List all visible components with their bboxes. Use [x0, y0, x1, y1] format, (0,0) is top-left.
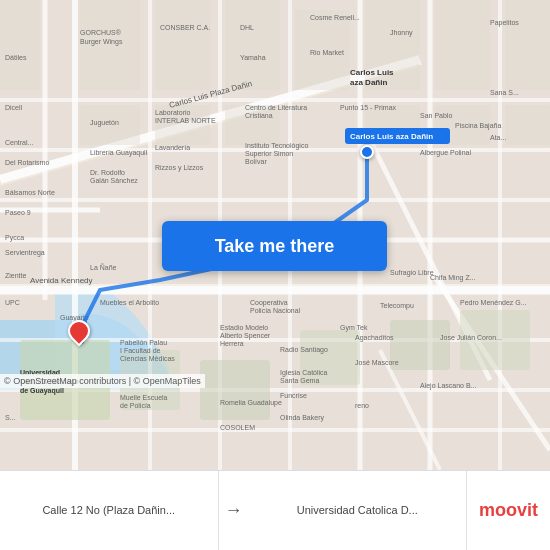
svg-text:aza Dañin: aza Dañin: [350, 78, 387, 87]
svg-text:Alberto Spencer: Alberto Spencer: [220, 332, 271, 340]
svg-text:Iglesia Católica: Iglesia Católica: [280, 369, 328, 377]
svg-text:Funcrise: Funcrise: [280, 392, 307, 399]
svg-text:Piscina Bajaña: Piscina Bajaña: [455, 122, 501, 130]
svg-text:Dátiles: Dátiles: [5, 54, 27, 61]
svg-text:Sufragio Libre: Sufragio Libre: [390, 269, 434, 277]
svg-text:Punto 15 - Primax: Punto 15 - Primax: [340, 104, 397, 111]
svg-rect-26: [200, 360, 270, 420]
svg-text:Instituto Tecnológico: Instituto Tecnológico: [245, 142, 308, 150]
to-label: Universidad Catolica D...: [297, 503, 418, 517]
svg-text:Superior Simon: Superior Simon: [245, 150, 293, 158]
svg-text:San Pablo: San Pablo: [420, 112, 452, 119]
origin-marker: [68, 320, 90, 342]
svg-text:José Mascore: José Mascore: [355, 359, 399, 366]
svg-rect-37: [505, 0, 550, 90]
svg-text:Cosme Renell...: Cosme Renell...: [310, 14, 360, 21]
svg-rect-30: [0, 0, 40, 90]
svg-text:Ciencias Médicas: Ciencias Médicas: [120, 355, 175, 362]
bottom-navigation-bar: Calle 12 No (Plaza Dañin... → Universida…: [0, 470, 550, 550]
svg-rect-32: [155, 0, 210, 90]
svg-text:Jose Julián Coron...: Jose Julián Coron...: [440, 334, 502, 341]
svg-rect-36: [435, 0, 490, 90]
svg-text:reno: reno: [355, 402, 369, 409]
svg-text:Herrera: Herrera: [220, 340, 244, 347]
svg-text:Cristiana: Cristiana: [245, 112, 273, 119]
svg-text:de Guayaquil: de Guayaquil: [20, 387, 64, 395]
svg-text:Rio Market: Rio Market: [310, 49, 344, 56]
svg-text:Papelitos: Papelitos: [490, 19, 519, 27]
map-container: Carlos Luis Plaza Dañin Avenida Kennedy …: [0, 0, 550, 470]
from-location: Calle 12 No (Plaza Dañin...: [0, 471, 219, 550]
svg-text:Rizzos y Lizzos: Rizzos y Lizzos: [155, 164, 204, 172]
svg-text:Jhonny: Jhonny: [390, 29, 413, 37]
svg-rect-40: [225, 105, 280, 145]
svg-text:Pabellón Palau: Pabellón Palau: [120, 339, 167, 346]
svg-text:Bálsamos Norte: Bálsamos Norte: [5, 189, 55, 196]
svg-text:DHL: DHL: [240, 24, 254, 31]
svg-text:Dicell: Dicell: [5, 104, 23, 111]
svg-rect-28: [390, 320, 450, 370]
svg-rect-43: [505, 105, 550, 145]
svg-text:La Ñañe: La Ñañe: [90, 263, 117, 271]
svg-text:Ata...: Ata...: [490, 134, 506, 141]
svg-text:Gym Tek: Gym Tek: [340, 324, 368, 332]
svg-text:Muebles el Arbolito: Muebles el Arbolito: [100, 299, 159, 306]
svg-text:I Facultad de: I Facultad de: [120, 347, 161, 354]
svg-text:CONSBER C.A.: CONSBER C.A.: [160, 24, 210, 31]
svg-text:Alejo Lascano B...: Alejo Lascano B...: [420, 382, 476, 390]
direction-arrow: →: [219, 500, 249, 521]
svg-text:COSOLEM: COSOLEM: [220, 424, 255, 431]
svg-text:Pycca: Pycca: [5, 234, 24, 242]
svg-text:GORCHUS®: GORCHUS®: [80, 29, 122, 36]
svg-text:Servientrega: Servientrega: [5, 249, 45, 257]
take-me-there-button[interactable]: Take me there: [162, 221, 387, 271]
svg-text:Juguetón: Juguetón: [90, 119, 119, 127]
svg-text:Pedro Menéndez G...: Pedro Menéndez G...: [460, 299, 527, 306]
svg-rect-31: [80, 0, 140, 90]
svg-text:Romelia Guadalupe: Romelia Guadalupe: [220, 399, 282, 407]
svg-text:Laboratorio: Laboratorio: [155, 109, 191, 116]
svg-text:Agachaditos: Agachaditos: [355, 334, 394, 342]
svg-text:Centro de Literatura: Centro de Literatura: [245, 104, 307, 111]
moovit-logo-text: moovit: [479, 500, 538, 521]
svg-text:Galán Sánchez: Galán Sánchez: [90, 177, 138, 184]
svg-text:Avenida Kennedy: Avenida Kennedy: [30, 276, 93, 285]
svg-text:Yamaha: Yamaha: [240, 54, 266, 61]
svg-text:Burger Wings: Burger Wings: [80, 38, 123, 46]
to-location: Universidad Catolica D...: [249, 471, 468, 550]
svg-text:Albergue Polinal: Albergue Polinal: [420, 149, 471, 157]
svg-text:Muelle Escuela: Muelle Escuela: [120, 394, 168, 401]
svg-text:Carlos Luis aza Dañin: Carlos Luis aza Dañin: [350, 132, 433, 141]
svg-text:Zientte: Zientte: [5, 272, 27, 279]
destination-marker: [360, 145, 374, 159]
svg-text:Estadio Modelo: Estadio Modelo: [220, 324, 268, 331]
svg-text:Cooperativa: Cooperativa: [250, 299, 288, 307]
svg-text:Olinda Bakery: Olinda Bakery: [280, 414, 324, 422]
map-attribution: © OpenStreetMap contributors | © OpenMap…: [0, 374, 205, 388]
svg-text:Central...: Central...: [5, 139, 33, 146]
svg-text:Del Rotarismo: Del Rotarismo: [5, 159, 49, 166]
svg-text:Paseo 9: Paseo 9: [5, 209, 31, 216]
svg-rect-33: [225, 0, 280, 90]
svg-text:S...: S...: [5, 414, 16, 421]
svg-text:INTERLAB NORTE: INTERLAB NORTE: [155, 117, 216, 124]
svg-text:Librería Guayaquil: Librería Guayaquil: [90, 149, 148, 157]
svg-text:Lavandería: Lavandería: [155, 144, 190, 151]
from-label: Calle 12 No (Plaza Dañin...: [42, 503, 175, 517]
svg-text:Santa Gema: Santa Gema: [280, 377, 319, 384]
svg-text:Dr. Rodolfo: Dr. Rodolfo: [90, 169, 125, 176]
svg-text:Radio Santiago: Radio Santiago: [280, 346, 328, 354]
svg-text:Chifa Ming Z...: Chifa Ming Z...: [430, 274, 476, 282]
svg-text:Carlos Luis: Carlos Luis: [350, 68, 394, 77]
svg-text:Telecompu: Telecompu: [380, 302, 414, 310]
moovit-branding: moovit: [467, 492, 550, 529]
svg-text:UPC: UPC: [5, 299, 20, 306]
svg-text:Policía Nacional: Policía Nacional: [250, 307, 301, 314]
svg-text:de Policía: de Policía: [120, 402, 151, 409]
svg-text:Bolívar: Bolívar: [245, 158, 267, 165]
svg-text:Sana S...: Sana S...: [490, 89, 519, 96]
